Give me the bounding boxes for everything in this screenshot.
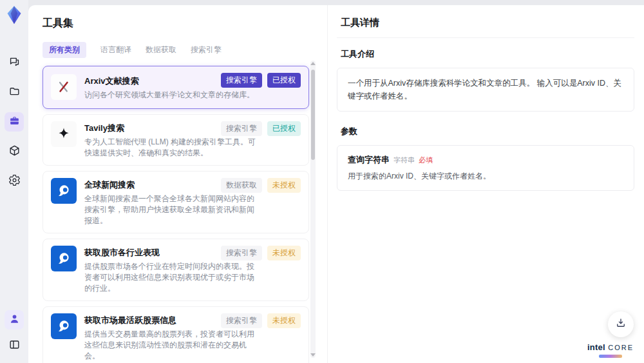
sidebar-item-settings[interactable] [5, 172, 24, 191]
scrollbar-down-arrow[interactable] [310, 353, 316, 357]
param-box: 查询字符串 字符串 必填 用于搜索的Arxiv ID、关键字或作者姓名。 [337, 145, 634, 191]
category-tag: 数据获取 [221, 178, 262, 193]
params-heading: 参数 [341, 126, 634, 137]
sidebar-item-files[interactable] [5, 83, 24, 102]
tool-list: Arxiv文献搜索 访问各个研究领域大量科学论文和文章的存储库。 搜索引擎 已授… [43, 66, 309, 363]
sidebar-item-tools[interactable] [5, 112, 24, 132]
core-wordmark: CORE [608, 344, 634, 351]
cube-icon [8, 144, 21, 159]
tab-all-categories[interactable]: 所有类别 [43, 42, 86, 58]
auth-status-badge: 未授权 [267, 178, 301, 193]
tab-data-acquisition[interactable]: 数据获取 [146, 42, 176, 58]
tool-description: 访问各个研究领域大量科学论文和文章的存储库。 [84, 90, 256, 101]
tool-detail-panel: 工具详情 工具介绍 一个用于从Arxiv存储库搜索科学论文和文章的工具。 输入可… [327, 5, 644, 363]
toolbox-icon [8, 115, 21, 130]
tool-card-tavily[interactable]: Tavily搜索 专为人工智能代理 (LLM) 构建的搜索引擎工具。可快速提供实… [43, 114, 309, 166]
detail-title: 工具详情 [337, 17, 634, 38]
auth-status-badge: 未授权 [267, 246, 301, 260]
list-scrollbar[interactable] [310, 61, 316, 358]
sidebar-item-profile[interactable] [5, 310, 24, 329]
scrollbar-thumb[interactable] [311, 70, 315, 160]
auth-status-badge: 已授权 [267, 73, 301, 88]
intel-ultra-badge [599, 355, 622, 358]
blue-news-icon [51, 246, 77, 271]
param-type: 字符串 [393, 155, 415, 165]
tool-name: 全球新闻搜索 [84, 179, 218, 191]
auth-status-badge: 已授权 [267, 121, 301, 136]
tool-card-stock-sectors[interactable]: 获取股市各行业表现 提供股票市场各个行业在特定时间段内的表现。投资者可以利用这些… [43, 239, 309, 301]
param-description: 用于搜索的Arxiv ID、关键字或作者姓名。 [348, 171, 623, 182]
intro-heading: 工具介绍 [341, 48, 634, 60]
sidebar-item-panel-toggle[interactable] [5, 336, 24, 355]
category-tag: 搜索引擎 [221, 121, 262, 136]
chat-icon [8, 55, 21, 70]
intro-box: 一个用于从Arxiv存储库搜索科学论文和文章的工具。 输入可以是Arxiv ID… [337, 68, 634, 112]
app-logo [5, 5, 23, 25]
intel-wordmark: intel [587, 342, 605, 352]
tool-name: 获取股市各行业表现 [84, 247, 218, 259]
sidebar-item-packages[interactable] [5, 142, 24, 161]
download-icon [615, 317, 627, 331]
tool-card-arxiv[interactable]: Arxiv文献搜索 访问各个研究领域大量科学论文和文章的存储库。 搜索引擎 已授… [43, 66, 309, 109]
tab-language-translation[interactable]: 语言翻译 [100, 42, 131, 58]
param-required-badge: 必填 [419, 155, 433, 165]
param-name: 查询字符串 [348, 154, 390, 166]
tool-name: Tavily搜索 [84, 123, 218, 134]
tool-description: 提供股票市场各个行业在特定时间段内的表现。投资者可以利用这些信息来识别表现优于或… [84, 261, 256, 294]
category-tag: 搜索引擎 [221, 313, 262, 328]
folder-icon [8, 85, 21, 100]
intro-text: 一个用于从Arxiv存储库搜索科学论文和文章的工具。 输入可以是Arxiv ID… [348, 77, 623, 103]
tool-card-active-stocks[interactable]: 获取市场最活跃股票信息 提供当天交易量最高的股票列表，投资者可以利用这些信息来识… [43, 306, 309, 363]
blue-news-icon [51, 313, 77, 339]
arxiv-icon [51, 74, 77, 100]
layout-panel-icon [8, 338, 21, 353]
tool-card-global-news[interactable]: 全球新闻搜索 全球新闻搜索是一个聚合全球各大新闻网站内容的搜索引擎，帮助用户快速… [43, 171, 309, 233]
tool-name: Arxiv文献搜索 [84, 75, 218, 87]
tool-description: 全球新闻搜索是一个聚合全球各大新闻网站内容的搜索引擎，帮助用户快速获取全球最新资… [84, 193, 256, 226]
blue-news-icon [51, 178, 77, 204]
tool-name: 获取市场最活跃股票信息 [84, 315, 218, 326]
gear-icon [8, 174, 21, 189]
auth-status-badge: 未授权 [267, 313, 301, 328]
main-content: 工具集 所有类别 语言翻译 数据获取 搜索引擎 Arxiv文献搜索 访问各个研究… [28, 5, 644, 363]
sidebar [0, 0, 28, 363]
category-tag: 搜索引擎 [221, 73, 262, 88]
download-button[interactable] [608, 311, 634, 337]
page-title: 工具集 [43, 17, 309, 30]
tool-description: 提供当天交易量最高的股票列表，投资者可以利用这些信息来识别流动性强的股票和潜在的… [84, 329, 256, 362]
category-tabs: 所有类别 语言翻译 数据获取 搜索引擎 [43, 42, 309, 58]
tool-description: 专为人工智能代理 (LLM) 构建的搜索引擎工具。可快速提供实时、准确和真实的结… [84, 137, 256, 159]
category-tag: 搜索引擎 [221, 246, 262, 260]
intel-core-logo: intel CORE [587, 341, 634, 358]
tab-search-engine[interactable]: 搜索引擎 [191, 42, 222, 58]
sidebar-item-chat[interactable] [5, 53, 24, 72]
user-icon [8, 313, 21, 328]
tool-list-panel: 工具集 所有类别 语言翻译 数据获取 搜索引擎 Arxiv文献搜索 访问各个研究… [28, 5, 327, 363]
scrollbar-up-arrow[interactable] [310, 62, 316, 65]
sparkle-icon [51, 121, 77, 147]
